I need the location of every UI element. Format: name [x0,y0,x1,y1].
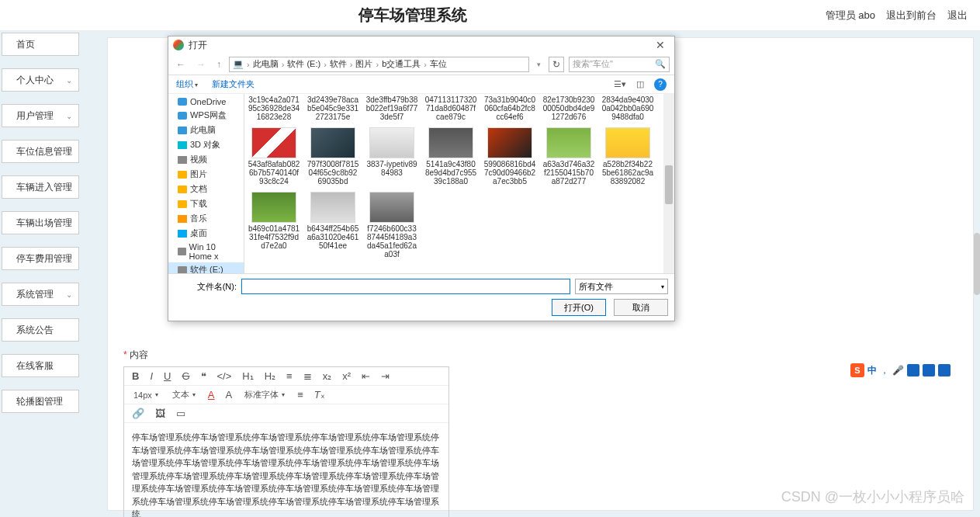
sidebar-item-2[interactable]: 用户管理⌄ [2,104,79,127]
new-folder-button[interactable]: 新建文件夹 [212,78,255,90]
sidebar-item-7[interactable]: 系统管理⌄ [2,283,79,306]
sidebar-item-8[interactable]: 系统公告 [2,318,79,342]
tree-item[interactable]: 音乐 [168,211,244,226]
ime-keyboard-icon[interactable] [907,364,919,376]
breadcrumb-seg[interactable]: b交通工具 [382,58,421,70]
file-item[interactable]: 797f3008f781504f65c9c8b9269035bd [306,127,359,186]
file-item[interactable]: a63a3d746a32f21550415b70a872d277 [542,127,595,186]
breadcrumb-seg[interactable]: 图片 [355,58,372,70]
forward-button[interactable]: → [193,59,209,70]
underline-button[interactable]: U [162,370,172,382]
tree-item[interactable]: 3D 对象 [168,137,244,152]
search-input[interactable]: 搜索"车位"🔍 [569,57,670,72]
tree-item[interactable]: 文档 [168,182,244,196]
view-mode-button[interactable]: ☰▾ [614,78,626,91]
file-item[interactable]: 3de3ffb479b38b022ef19a6f773de5f7 [365,94,418,121]
organize-menu[interactable]: 组织▾ [176,78,198,90]
sidebar-item-6[interactable]: 停车费用管理⌄ [2,247,79,270]
sub-button[interactable]: x₂ [321,370,334,382]
font-family-select[interactable]: 标准字体▾ [241,389,288,401]
bg-color-button[interactable]: A [224,389,234,401]
file-item[interactable]: 599086816bd47c90d09466b2a7ec3bb5 [483,127,536,186]
image-button[interactable]: 🖼 [154,408,167,419]
user-label[interactable]: 管理员 abo [826,9,875,23]
file-item[interactable]: 5141a9c43f808e9d4bd7c95539c188a0 [424,127,477,186]
file-item[interactable]: 3d2439e78acab5e045c9e3312723175e [306,94,359,121]
file-item[interactable]: f7246b600c3387445f4189a3da45a1fed62aa03f [365,192,418,258]
file-item[interactable]: 82e1730b923000050dbd4de91272d676 [542,94,595,121]
file-filter-select[interactable]: 所有文件▾ [575,279,668,294]
tree-item[interactable]: 桌面 [168,226,244,241]
ime-lang[interactable]: 中 [867,364,877,377]
open-button[interactable]: 打开(O) [552,299,606,316]
code-button[interactable]: </> [216,370,234,382]
sidebar-item-10[interactable]: 轮播图管理 [2,390,79,413]
file-item[interactable]: a528b2f34b225be61862ac9a83892082 [601,127,654,186]
path-dropdown[interactable]: ▾ [534,61,544,68]
italic-button[interactable]: I [148,370,154,382]
quote-button[interactable]: ❝ [199,370,208,382]
link-button[interactable]: 🔗 [130,408,146,419]
file-item[interactable]: 2834da9e40300a042bb0a6909488dfa0 [601,94,654,121]
video-button[interactable]: ▭ [175,408,187,419]
tree-item[interactable]: 下载 [168,196,244,211]
back-button[interactable]: ← [173,59,189,70]
strike-button[interactable]: G [180,370,191,382]
text-type-select[interactable]: 文本▾ [169,389,199,401]
file-item[interactable]: b6434ff254b65a6a31020e46150f41ee [306,192,359,258]
sidebar-item-0[interactable]: 首页 [2,33,79,56]
file-item[interactable]: 04711311732071da8d60487fcae879c [424,94,477,121]
file-item[interactable]: 73a31b9040c0060cfa64b2fc8cc64ef6 [483,94,536,121]
ime-tool-icon[interactable] [938,364,951,376]
editor-content[interactable]: 停车场管理系统停车场管理系统停车场管理系统停车场管理系统停车场管理系统停车场管理… [124,423,448,517]
h2-button[interactable]: H₂ [263,370,277,382]
tree-item[interactable]: 软件 (E:) [168,262,244,273]
sidebar-item-1[interactable]: 个人中心⌄ [2,68,79,92]
breadcrumb-seg[interactable]: 软件 [330,58,347,70]
ime-comma-icon[interactable]: ， [880,364,889,377]
sidebar-item-5[interactable]: 车辆出场管理⌄ [2,211,79,234]
logout-link[interactable]: 退出 [947,9,968,23]
tree-item[interactable]: 视频 [168,152,244,167]
file-item[interactable]: b469c01a478131fe4f7532f9dd7e2a0 [248,192,300,258]
ul-button[interactable]: ≣ [302,370,313,382]
sidebar-item-9[interactable]: 在线客服 [2,354,79,377]
outdent-button[interactable]: ⇤ [360,370,372,382]
ime-settings-icon[interactable] [923,364,935,376]
ime-mic-icon[interactable]: 🎤 [892,365,904,376]
close-button[interactable]: ✕ [651,39,670,51]
font-color-button[interactable]: A [206,389,216,401]
breadcrumb-seg[interactable]: 此电脑 [253,58,279,70]
align-button[interactable]: ≡ [296,389,305,401]
bold-button[interactable]: B [130,370,140,382]
breadcrumb[interactable]: 💻›此电脑›软件 (E:)›软件›图片›b交通工具›车位 [229,57,529,72]
breadcrumb-seg[interactable]: 车位 [430,58,447,70]
filename-input[interactable] [241,279,570,294]
refresh-button[interactable]: ↻ [549,57,564,72]
tree-item[interactable]: 图片 [168,167,244,182]
ime-toolbar[interactable]: S 中 ， 🎤 [850,363,951,377]
tree-item[interactable]: OneDrive [168,95,244,108]
font-size-select[interactable]: 14px▾ [130,390,161,400]
logout-front-link[interactable]: 退出到前台 [886,9,937,23]
sidebar-item-3[interactable]: 车位信息管理⌄ [2,140,79,163]
cancel-button[interactable]: 取消 [614,299,668,316]
help-button[interactable]: ? [654,78,667,91]
h1-button[interactable]: H₁ [241,370,255,382]
tree-item[interactable]: Win 10 Home x [168,241,244,262]
up-button[interactable]: ↑ [213,59,224,70]
indent-button[interactable]: ⇥ [379,370,391,382]
file-item[interactable]: 543af8afab0826b7b5740140f93c8c24 [248,127,300,186]
breadcrumb-seg[interactable]: 软件 (E:) [287,58,320,70]
page-scrollbar[interactable] [974,233,980,295]
file-item[interactable]: 3c19c4a2a07195c36928de3416823e28 [248,94,300,121]
tree-item[interactable]: 此电脑 [168,123,244,137]
ol-button[interactable]: ≡ [285,370,294,382]
clear-format-button[interactable]: Tₓ [313,389,327,401]
scrollbar[interactable] [663,94,674,273]
file-item[interactable]: 3837-iypetiv8984983 [365,127,418,186]
tree-item[interactable]: WPS网盘 [168,108,244,123]
sidebar-item-4[interactable]: 车辆进入管理⌄ [2,175,79,199]
preview-pane-button[interactable]: ◫ [634,78,646,91]
sup-button[interactable]: x² [341,370,352,382]
